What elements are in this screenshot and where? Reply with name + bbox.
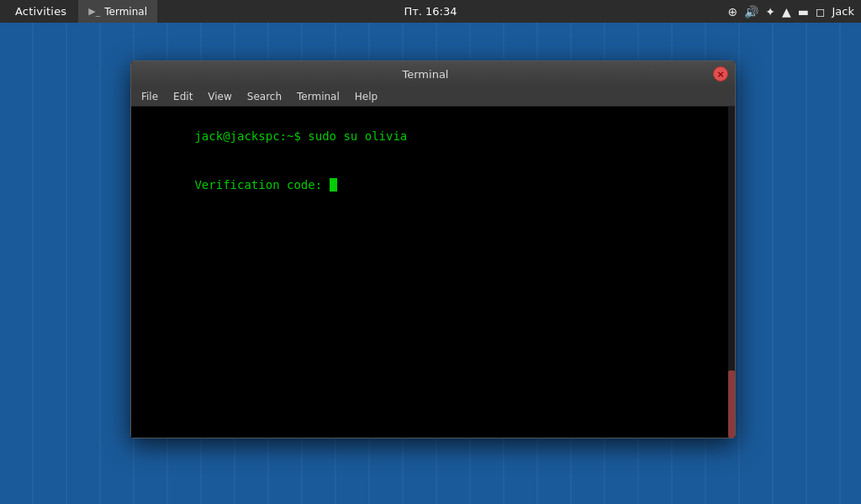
- bluetooth-icon[interactable]: ✦: [765, 5, 775, 18]
- terminal-command: jack@jackspc:~$ sudo su olivia: [194, 129, 407, 143]
- activities-button[interactable]: Activities: [7, 0, 75, 23]
- menu-search[interactable]: Search: [240, 89, 288, 104]
- menu-terminal[interactable]: Terminal: [290, 89, 346, 104]
- terminal-window: Terminal × File Edit View Search Termina…: [130, 60, 736, 438]
- close-button[interactable]: ×: [713, 66, 728, 81]
- volume-icon[interactable]: 🔊: [744, 5, 758, 18]
- terminal-line-1: jack@jackspc:~$ sudo su olivia: [138, 112, 728, 161]
- accessibility-icon[interactable]: ⊕: [727, 5, 737, 18]
- topbar: Activities ▶_ Terminal Пт. 16:34 ⊕ 🔊 ✦ ▲…: [0, 0, 861, 23]
- topbar-left: Activities ▶_ Terminal: [7, 0, 157, 23]
- wifi-icon[interactable]: ▲: [782, 5, 791, 18]
- terminal-titlebar: Terminal ×: [131, 61, 735, 87]
- desktop: Terminal × File Edit View Search Termina…: [0, 23, 861, 504]
- topbar-right: ⊕ 🔊 ✦ ▲ ▬ ◻ Jack: [727, 5, 854, 18]
- scrollbar-thumb: [728, 370, 735, 438]
- display-icon[interactable]: ◻: [816, 5, 826, 18]
- user-name[interactable]: Jack: [832, 5, 854, 18]
- close-icon: ×: [716, 69, 724, 80]
- menu-edit[interactable]: Edit: [166, 89, 199, 104]
- terminal-title: Terminal: [155, 68, 696, 81]
- terminal-menubar: File Edit View Search Terminal Help: [131, 87, 735, 107]
- terminal-line-2: Verification code:: [138, 161, 728, 211]
- terminal-content[interactable]: jack@jackspc:~$ sudo su olivia Verificat…: [131, 107, 735, 438]
- terminal-tab-label: Terminal: [104, 6, 147, 18]
- topbar-datetime: Пт. 16:34: [404, 5, 457, 18]
- terminal-scrollbar[interactable]: [728, 107, 735, 438]
- window-tab-terminal[interactable]: ▶_ Terminal: [78, 0, 157, 23]
- menu-file[interactable]: File: [135, 89, 165, 104]
- menu-help[interactable]: Help: [348, 89, 384, 104]
- terminal-tab-icon: ▶_: [88, 6, 100, 17]
- verification-prompt: Verification code:: [194, 178, 329, 192]
- menu-view[interactable]: View: [201, 89, 238, 104]
- battery-icon[interactable]: ▬: [798, 5, 809, 18]
- terminal-cursor: [330, 178, 337, 192]
